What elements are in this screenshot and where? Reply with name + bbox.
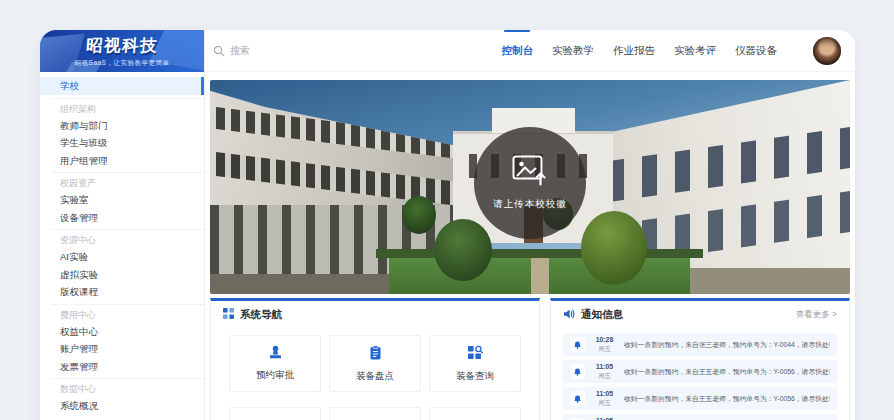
- notification-text: 收到一条新的预约，来自王五老师，预约单号为：Y-0056，请尽快处理。: [624, 367, 830, 377]
- campus-hedge: [376, 249, 702, 258]
- nav-card-row: 预约审批 装备盘点 装备查询: [211, 328, 539, 392]
- sidebar-item-ai-experiments[interactable]: AI实验: [40, 248, 204, 266]
- clipboard-icon: [368, 345, 383, 365]
- search-bar[interactable]: [213, 45, 483, 57]
- tab-instruments-equipment[interactable]: 仪器设备: [735, 30, 777, 73]
- logo[interactable]: 昭视科技 昭视SaaS，让实验教学更简单: [40, 30, 204, 72]
- nav-card-row-cut: [211, 400, 539, 420]
- tree: [402, 196, 436, 234]
- page-background: 昭视科技 昭视SaaS，让实验教学更简单 学校 组织架构 教师与部门 学生与班级…: [0, 0, 894, 420]
- view-more-link[interactable]: 查看更多 >: [796, 309, 837, 321]
- notification-item[interactable]: 11:05 周五 收到一条新的预约，来自王五老师，预约单号为：Y-0056，请尽…: [563, 387, 837, 410]
- nav-card-label: 预约审批: [256, 369, 294, 382]
- notification-time: 10:28 周五: [591, 336, 618, 352]
- tree: [434, 219, 492, 281]
- search-input[interactable]: [230, 45, 410, 56]
- logo-tagline: 昭视SaaS，让实验教学更简单: [40, 59, 204, 68]
- speaker-icon: [563, 308, 575, 322]
- notification-item[interactable]: 11:05 周五 收到一条新的预约，来自王五老师，预约单号为：Y-0056，请尽…: [563, 414, 837, 420]
- notification-text: 收到一条新的预约，来自王五老师，预约单号为：Y-0056，请尽快处理。: [624, 394, 830, 404]
- sidebar-item-teachers-departments[interactable]: 教师与部门: [40, 117, 204, 135]
- sidebar-item-licensed-courses[interactable]: 版权课程: [40, 283, 204, 301]
- upload-school-badge-button[interactable]: 请上传本校校徽: [474, 127, 586, 239]
- campus-photo-banner: 请上传本校校徽: [210, 80, 850, 294]
- sidebar-section-campus-assets: 校园资产: [40, 175, 204, 191]
- notification-time: 11:05 周五: [591, 390, 618, 406]
- top-navigation: 控制台 实验教学 作业报告 实验考评 仪器设备: [483, 30, 778, 73]
- notification-list: 10:28 周五 收到一条新的预约，来自张三老师，预约单号为：Y-0044，请尽…: [551, 328, 849, 420]
- logo-title: 昭视科技: [40, 35, 204, 57]
- tab-homework-reports[interactable]: 作业报告: [613, 30, 655, 73]
- notification-time: 11:05 周五: [591, 363, 618, 379]
- notification-text: 收到一条新的预约，来自张三老师，预约单号为：Y-0044，请尽快处理。: [624, 340, 830, 350]
- sidebar-section-billing-center: 费用中心: [40, 307, 204, 323]
- system-navigation-panel: 系统导航 预约审批 装备盘点: [210, 298, 540, 420]
- user-avatar[interactable]: [813, 37, 841, 65]
- sidebar: 昭视科技 昭视SaaS，让实验教学更简单 学校 组织架构 教师与部门 学生与班级…: [40, 30, 205, 420]
- sidebar-divider: [52, 304, 204, 305]
- sidebar-section-org-structure: 组织架构: [40, 101, 204, 117]
- sidebar-section-data-center: 数据中心: [40, 381, 204, 397]
- card-equipment-inventory[interactable]: 装备盘点: [329, 335, 421, 392]
- sidebar-divider: [52, 98, 204, 99]
- search-icon: [213, 45, 225, 57]
- nav-card-partial[interactable]: [229, 407, 321, 420]
- sidebar-item-students-classes[interactable]: 学生与班级: [40, 134, 204, 152]
- tab-console[interactable]: 控制台: [502, 30, 534, 73]
- sidebar-item-system-overview[interactable]: 系统概况: [40, 397, 204, 415]
- bell-icon: [570, 364, 585, 379]
- system-navigation-header: 系统导航: [211, 301, 539, 328]
- sidebar-item-account-management[interactable]: 账户管理: [40, 340, 204, 358]
- sidebar-item-invoice-management[interactable]: 发票管理: [40, 358, 204, 376]
- sidebar-divider: [52, 172, 204, 173]
- sidebar-divider: [52, 378, 204, 379]
- bell-icon: [570, 337, 585, 352]
- sidebar-item-virtual-experiments[interactable]: 虚拟实验: [40, 266, 204, 284]
- nav-card-label: 装备查询: [456, 370, 494, 383]
- sidebar-section-resource-center: 资源中心: [40, 232, 204, 248]
- tab-experiment-teaching[interactable]: 实验教学: [552, 30, 594, 73]
- notification-panel: 通知信息 查看更多 > 10:28 周五 收到一条新的预约: [550, 298, 850, 420]
- app-window: 昭视科技 昭视SaaS，让实验教学更简单 学校 组织架构 教师与部门 学生与班级…: [40, 30, 855, 420]
- top-bar: 控制台 实验教学 作业报告 实验考评 仪器设备: [205, 30, 855, 72]
- sidebar-item-school[interactable]: 学校: [40, 77, 204, 95]
- main-content: 请上传本校校徽 系统导航: [205, 72, 855, 420]
- grid-search-icon: [467, 345, 483, 365]
- notification-header: 通知信息 查看更多 >: [551, 301, 849, 328]
- sidebar-item-laboratory[interactable]: 实验室: [40, 191, 204, 209]
- bottom-panels: 系统导航 预约审批 装备盘点: [210, 298, 850, 420]
- stamp-icon: [267, 345, 284, 364]
- grid-icon: [223, 308, 234, 321]
- upload-image-icon: [512, 155, 548, 190]
- sidebar-item-benefits-center[interactable]: 权益中心: [40, 323, 204, 341]
- card-reservation-approval[interactable]: 预约审批: [229, 335, 321, 392]
- bell-icon: [570, 391, 585, 406]
- tab-experiment-assessment[interactable]: 实验考评: [674, 30, 716, 73]
- card-equipment-query[interactable]: 装备查询: [429, 335, 521, 392]
- system-navigation-title: 系统导航: [240, 308, 282, 322]
- nav-card-partial[interactable]: [329, 407, 421, 420]
- notification-item[interactable]: 11:05 周五 收到一条新的预约，来自王五老师，预约单号为：Y-0056，请尽…: [563, 360, 837, 383]
- nav-card-partial[interactable]: [429, 407, 521, 420]
- nav-card-label: 装备盘点: [356, 370, 394, 383]
- sidebar-item-equipment-management[interactable]: 设备管理: [40, 209, 204, 227]
- sidebar-menu: 学校 组织架构 教师与部门 学生与班级 用户组管理 校园资产 实验室 设备管理 …: [40, 72, 204, 415]
- sidebar-divider: [52, 229, 204, 230]
- notification-title: 通知信息: [581, 308, 623, 322]
- sidebar-item-user-groups[interactable]: 用户组管理: [40, 152, 204, 170]
- upload-badge-label: 请上传本校校徽: [493, 198, 567, 211]
- notification-item[interactable]: 10:28 周五 收到一条新的预约，来自张三老师，预约单号为：Y-0044，请尽…: [563, 333, 837, 356]
